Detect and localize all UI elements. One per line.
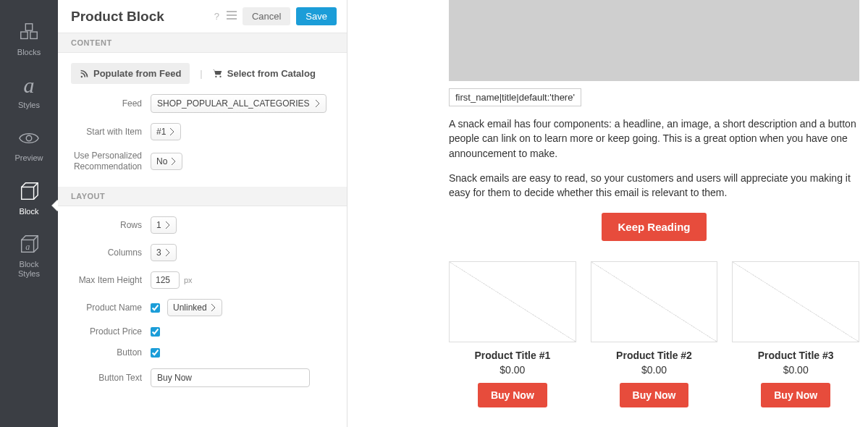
product-image-placeholder [449, 261, 576, 342]
product-name-link-select[interactable]: Unlinked [167, 299, 222, 316]
save-button[interactable]: Save [296, 7, 337, 25]
segment-separator: | [200, 68, 202, 79]
nav-label: Blocks [17, 48, 41, 57]
button-enable-label: Button [71, 347, 151, 358]
cancel-button[interactable]: Cancel [243, 7, 290, 25]
blocks-icon [18, 22, 40, 43]
buy-now-button[interactable]: Buy Now [478, 383, 547, 407]
cube-a-icon: a [18, 234, 40, 255]
hero-image-placeholder [449, 0, 859, 81]
product-image-placeholder [591, 261, 718, 342]
eye-icon [18, 127, 40, 149]
keep-reading-button[interactable]: Keep Reading [602, 213, 706, 241]
svg-rect-4 [22, 187, 34, 199]
personalized-label: Use Personalized Recommendation [71, 151, 151, 172]
styles-icon: a [24, 75, 35, 96]
panel-header: Product Block ? Cancel Save [58, 0, 347, 33]
feed-select[interactable]: SHOP_POPULAR_ALL_CATEGORIES [151, 94, 326, 113]
product-name-label: Product Name [71, 303, 151, 313]
button-checkbox[interactable] [151, 348, 160, 358]
preview-canvas: first_name|title|default:'there' A snack… [347, 0, 868, 427]
buy-now-button[interactable]: Buy Now [761, 383, 830, 407]
nav-styles[interactable]: a Styles [0, 66, 58, 119]
product-price-label: Product Price [71, 326, 151, 337]
max-height-label: Max Item Height [71, 275, 151, 286]
start-item-label: Start with Item [71, 127, 151, 138]
merge-tag[interactable]: first_name|title|default:'there' [449, 88, 581, 106]
svg-point-13 [219, 76, 221, 77]
layout-section-label: LAYOUT [58, 187, 347, 206]
nav-block-styles[interactable]: a Block Styles [0, 225, 58, 287]
product-price: $0.00 [591, 364, 718, 376]
cube-icon [18, 181, 40, 203]
populate-from-feed-button[interactable]: Populate from Feed [71, 63, 190, 84]
product-title: Product Title #3 [732, 350, 859, 361]
nav-blocks[interactable]: Blocks [0, 13, 58, 66]
button-text-input[interactable] [151, 368, 310, 387]
product-price: $0.00 [449, 364, 576, 376]
product-card[interactable]: Product Title #2 $0.00 Buy Now [591, 261, 718, 407]
product-card[interactable]: Product Title #1 $0.00 Buy Now [449, 261, 576, 407]
rows-label: Rows [71, 220, 151, 231]
body-paragraph-2: Snack emails are easy to read, so your c… [449, 171, 859, 200]
svg-line-7 [34, 236, 38, 240]
product-grid: Product Title #1 $0.00 Buy Now Product T… [449, 261, 859, 407]
personalized-select[interactable]: No [151, 153, 182, 170]
nav-rail: Blocks a Styles Preview Block a Block St… [0, 0, 58, 427]
svg-line-5 [34, 182, 38, 187]
columns-label: Columns [71, 248, 151, 258]
svg-point-3 [26, 136, 32, 142]
button-text-label: Button Text [71, 373, 151, 384]
svg-rect-1 [21, 32, 28, 38]
select-from-catalog-button[interactable]: Select from Catalog [213, 68, 316, 79]
start-item-select[interactable]: #1 [151, 123, 181, 140]
nav-label: Block Styles [18, 260, 40, 279]
svg-rect-0 [25, 24, 32, 30]
nav-label: Block [20, 207, 39, 216]
menu-icon[interactable] [227, 11, 237, 22]
product-price-checkbox[interactable] [151, 327, 160, 337]
cart-icon [213, 69, 223, 78]
nav-label: Preview [14, 153, 43, 163]
svg-text:a: a [25, 241, 30, 251]
body-paragraph-1: A snack email has four components: a hea… [449, 117, 859, 161]
help-icon[interactable]: ? [214, 11, 219, 22]
columns-select[interactable]: 3 [151, 244, 177, 261]
max-height-input[interactable] [151, 271, 180, 289]
nav-preview[interactable]: Preview [0, 119, 58, 172]
rss-icon [80, 69, 89, 78]
buy-now-button[interactable]: Buy Now [620, 383, 689, 407]
product-title: Product Title #2 [591, 350, 718, 361]
populate-label: Populate from Feed [93, 68, 181, 79]
max-height-unit: px [184, 276, 193, 284]
nav-label: Styles [18, 101, 40, 110]
panel-title: Product Block [71, 9, 207, 25]
content-section-label: CONTENT [58, 33, 347, 53]
feed-label: Feed [71, 98, 151, 109]
settings-panel: Product Block ? Cancel Save CONTENT Popu… [58, 0, 347, 427]
product-name-checkbox[interactable] [151, 303, 160, 313]
panel-pointer [52, 200, 58, 211]
nav-block[interactable]: Block [0, 172, 58, 225]
svg-rect-2 [30, 32, 37, 38]
svg-point-12 [215, 76, 216, 77]
product-card[interactable]: Product Title #3 $0.00 Buy Now [732, 261, 859, 407]
catalog-label: Select from Catalog [227, 68, 316, 79]
product-title: Product Title #1 [449, 350, 576, 361]
product-image-placeholder [732, 261, 859, 342]
product-price: $0.00 [732, 364, 859, 376]
rows-select[interactable]: 1 [151, 216, 177, 234]
